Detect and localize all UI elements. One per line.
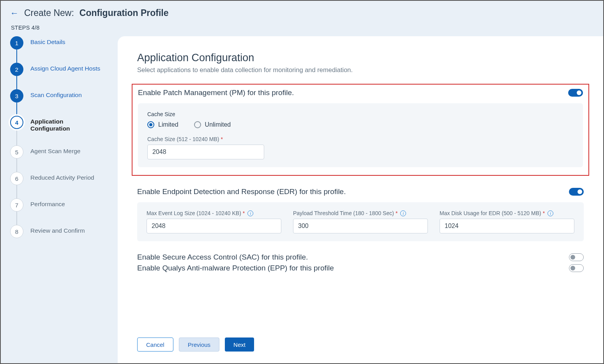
epp-toggle[interactable] [569, 264, 584, 272]
pm-settings-panel: Cache Size Limited Unlimited [138, 103, 583, 167]
header: ← Create New: Configuration Profile [1, 1, 603, 21]
required-asterisk-icon: * [221, 136, 223, 142]
step-assign-cloud-agent-hosts[interactable]: 2 Assign Cloud Agent Hosts [10, 63, 112, 89]
header-create-new: Create New: [24, 8, 74, 18]
step-application-configuration[interactable]: 4 Application Configuration [10, 116, 112, 145]
main-panel: Application Configuration Select applica… [118, 36, 603, 363]
steps-counter: STEPS 4/8 [1, 21, 603, 36]
step-label: Performance [30, 198, 65, 208]
payload-threshold-label: Payload Threshold Time (180 - 1800 Sec) … [293, 210, 428, 216]
max-event-log-label: Max Event Log Size (1024 - 10240 KB) * i [147, 210, 281, 216]
radio-label: Unlimited [205, 121, 231, 128]
pm-section-title: Enable Patch Management (PM) for this pr… [138, 88, 294, 97]
step-number: 7 [10, 198, 23, 212]
info-icon[interactable]: i [547, 210, 553, 216]
step-label: Agent Scan Merge [30, 145, 80, 155]
steps-sidebar: 1 Basic Details 2 Assign Cloud Agent Hos… [1, 36, 118, 363]
step-label: Basic Details [30, 36, 65, 46]
step-number: 2 [10, 63, 23, 76]
epp-section-title: Enable Qualys Anti-malware Protection (E… [137, 264, 334, 272]
step-number: 4 [10, 116, 23, 129]
header-subject: Configuration Profile [79, 8, 169, 18]
max-event-log-input[interactable] [147, 219, 281, 233]
cache-size-heading: Cache Size [147, 111, 574, 117]
radio-icon [194, 121, 201, 128]
page-subtitle: Select applications to enable data colle… [137, 66, 584, 74]
step-number: 5 [10, 145, 23, 159]
step-number: 3 [10, 89, 23, 102]
step-performance[interactable]: 7 Performance [10, 198, 112, 225]
cache-size-radio-unlimited[interactable]: Unlimited [194, 121, 231, 128]
step-scan-configuration[interactable]: 3 Scan Configuration [10, 89, 112, 116]
back-arrow-icon[interactable]: ← [10, 9, 19, 18]
edr-settings-panel: Max Event Log Size (1024 - 10240 KB) * i… [137, 202, 584, 241]
pm-toggle[interactable] [568, 89, 583, 97]
info-icon[interactable]: i [400, 210, 406, 216]
step-review-and-confirm[interactable]: 8 Review and Confirm [10, 225, 112, 238]
radio-icon [147, 121, 154, 128]
step-number: 6 [10, 172, 23, 185]
sac-toggle[interactable] [569, 253, 584, 261]
max-disk-usage-label: Max Disk Usage for EDR (500 - 5120 MB) *… [440, 210, 574, 216]
info-icon[interactable]: i [247, 210, 253, 216]
step-label: Application Configuration [30, 116, 104, 132]
max-disk-usage-input[interactable] [440, 219, 574, 233]
step-reduced-activity-period[interactable]: 6 Reduced Activity Period [10, 172, 112, 198]
cancel-button[interactable]: Cancel [137, 337, 173, 352]
step-label: Scan Configuration [30, 89, 82, 99]
radio-label: Limited [158, 121, 178, 128]
pm-highlight-box: Enable Patch Management (PM) for this pr… [132, 84, 589, 176]
required-asterisk-icon: * [243, 210, 245, 216]
edr-section-title: Enable Endpoint Detection and Response (… [137, 187, 346, 196]
step-label: Reduced Activity Period [30, 172, 94, 181]
step-number: 1 [10, 36, 23, 49]
cache-size-field-label: Cache Size (512 - 10240 MB) * [147, 136, 574, 142]
cache-size-input[interactable] [147, 145, 264, 159]
step-number: 8 [10, 225, 23, 238]
step-basic-details[interactable]: 1 Basic Details [10, 36, 112, 63]
edr-toggle[interactable] [569, 188, 584, 196]
step-label: Assign Cloud Agent Hosts [30, 63, 100, 72]
page-title: Application Configuration [137, 52, 584, 64]
cache-size-radio-limited[interactable]: Limited [147, 121, 178, 128]
step-agent-scan-merge[interactable]: 5 Agent Scan Merge [10, 145, 112, 172]
step-label: Review and Confirm [30, 225, 85, 234]
next-button[interactable]: Next [225, 337, 254, 352]
previous-button[interactable]: Previous [179, 337, 219, 352]
sac-section-title: Enable Secure Access Control (SAC) for t… [137, 253, 308, 262]
required-asterisk-icon: * [543, 210, 545, 216]
required-asterisk-icon: * [396, 210, 397, 216]
footer-actions: Cancel Previous Next [118, 330, 603, 363]
payload-threshold-input[interactable] [293, 219, 428, 233]
